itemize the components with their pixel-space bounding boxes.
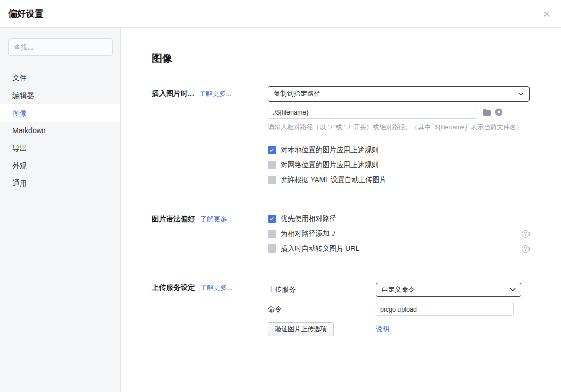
sidebar-item-editor[interactable]: 编辑器 — [0, 87, 120, 104]
image-syntax-label: 图片语法偏好 — [152, 215, 195, 223]
section-upload-service: 上传服务设定了解更多... 上传服务 自定义命令 命令 — [152, 280, 530, 342]
checkbox-prefer-relative-path[interactable]: 优先使用相对路径 — [268, 214, 530, 223]
insert-rules-checkbox-group: 对本地位置的图片应用上述规则 对网络位置的图片应用上述规则 允许根据 YAML … — [268, 145, 530, 185]
titlebar: 偏好设置 × — [0, 0, 561, 28]
window-title: 偏好设置 — [8, 8, 43, 20]
section-insert-image: 插入图片时...了解更多... 复制到指定路径 — [152, 86, 530, 185]
image-settings-panel: 图像 插入图片时...了解更多... 复制到指定路径 — [121, 28, 561, 392]
checkbox-box — [268, 244, 276, 253]
search-input[interactable] — [8, 38, 113, 56]
upload-doc-link[interactable]: 说明 — [376, 324, 389, 334]
command-field-label: 命令 — [268, 305, 376, 314]
validate-upload-button[interactable]: 验证图片上传选项 — [268, 322, 334, 336]
checkbox-box — [268, 146, 276, 154]
syntax-learn-more-link[interactable]: 了解更多... — [200, 215, 233, 223]
page-title: 图像 — [152, 52, 530, 66]
upload-service-label: 上传服务设定 — [152, 283, 195, 291]
close-icon[interactable]: × — [541, 7, 552, 20]
command-row: 命令 — [268, 303, 530, 316]
checkbox-apply-local-images[interactable]: 对本地位置的图片应用上述规则 — [268, 145, 530, 155]
sidebar-item-general[interactable]: 通用 — [0, 174, 120, 192]
insert-image-label: 插入图片时... — [152, 89, 194, 97]
clear-path-icon[interactable] — [495, 108, 503, 116]
sidebar: 文件 编辑器 图像 Markdown 导出 外观 通用 — [0, 28, 121, 392]
checkbox-apply-web-images[interactable]: 对网络位置的图片应用上述规则 — [268, 160, 530, 170]
checkbox-box — [268, 215, 276, 223]
upload-service-row: 上传服务 自定义命令 — [268, 283, 530, 297]
sidebar-item-image[interactable]: 图像 — [0, 104, 120, 122]
syntax-checkbox-group: 优先使用相对路径 为相对路径添加 ./ ? 插入时自动转义图片 URL ? — [268, 214, 530, 253]
sidebar-item-export[interactable]: 导出 — [0, 139, 120, 157]
upload-service-select-value: 自定义命令 — [381, 285, 415, 295]
checkbox-yaml-auto-upload[interactable]: 允许根据 YAML 设置自动上传图片 — [268, 175, 530, 185]
upload-service-select[interactable]: 自定义命令 — [376, 283, 521, 297]
folder-browse-icon[interactable] — [483, 109, 491, 116]
preferences-window: 偏好设置 × 文件 编辑器 图像 Markdown 导出 外观 通用 图像 插入… — [0, 0, 561, 392]
help-icon[interactable]: ? — [522, 230, 530, 238]
checkbox-box — [268, 161, 276, 169]
checkbox-add-dot-slash[interactable]: 为相对路径添加 ./ ? — [268, 229, 530, 238]
image-action-select[interactable]: 复制到指定路径 — [268, 86, 530, 102]
insert-learn-more-link[interactable]: 了解更多... — [199, 90, 232, 97]
upload-service-field-label: 上传服务 — [268, 285, 376, 295]
image-path-input[interactable] — [268, 106, 477, 119]
section-image-syntax: 图片语法偏好了解更多... 优先使用相对路径 为相对路径添加 ./ ? — [152, 211, 530, 253]
sidebar-item-appearance[interactable]: 外观 — [0, 157, 120, 174]
checkbox-escape-image-url[interactable]: 插入时自动转义图片 URL ? — [268, 244, 530, 253]
checkbox-box — [268, 176, 276, 184]
validate-row: 验证图片上传选项 说明 — [268, 322, 530, 336]
checkbox-box — [268, 230, 276, 238]
sidebar-item-file[interactable]: 文件 — [0, 69, 120, 87]
help-icon[interactable]: ? — [522, 245, 530, 253]
image-action-select-value: 复制到指定路径 — [274, 89, 320, 99]
sidebar-item-markdown[interactable]: Markdown — [0, 122, 120, 139]
upload-learn-more-link[interactable]: 了解更多... — [200, 284, 233, 291]
path-hint-text: 请输入相对路径（以 './' 或 '../' 开头）或绝对路径。（其中 `${f… — [268, 123, 530, 132]
sidebar-nav: 文件 编辑器 图像 Markdown 导出 外观 通用 — [0, 69, 120, 192]
chevron-down-icon — [510, 288, 516, 291]
upload-command-input[interactable] — [376, 303, 514, 316]
chevron-down-icon — [518, 92, 524, 96]
